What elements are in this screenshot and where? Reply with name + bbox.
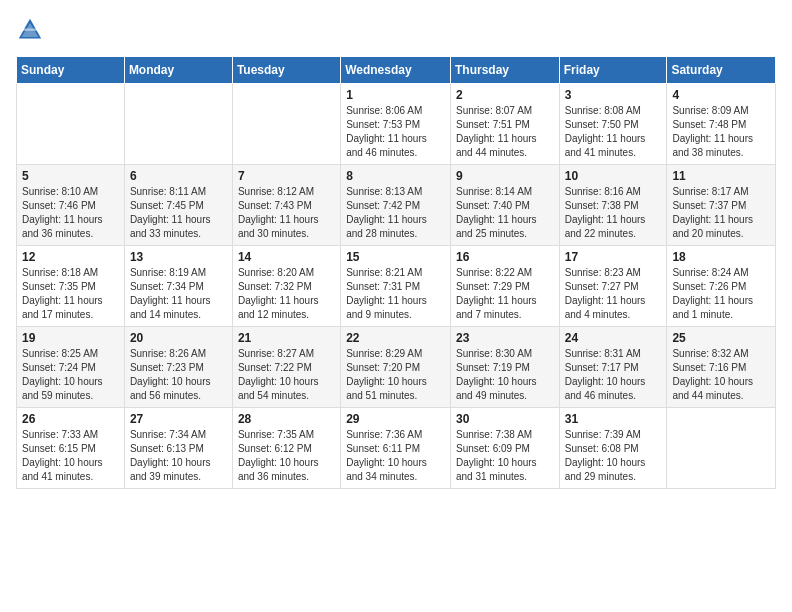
day-info: Sunrise: 8:12 AM Sunset: 7:43 PM Dayligh… xyxy=(238,185,335,241)
day-info: Sunrise: 8:24 AM Sunset: 7:26 PM Dayligh… xyxy=(672,266,770,322)
calendar-cell: 3Sunrise: 8:08 AM Sunset: 7:50 PM Daylig… xyxy=(559,84,667,165)
weekday-header-monday: Monday xyxy=(124,57,232,84)
day-info: Sunrise: 8:22 AM Sunset: 7:29 PM Dayligh… xyxy=(456,266,554,322)
weekday-header-tuesday: Tuesday xyxy=(232,57,340,84)
day-number: 1 xyxy=(346,88,445,102)
calendar-cell: 22Sunrise: 8:29 AM Sunset: 7:20 PM Dayli… xyxy=(341,327,451,408)
weekday-header-thursday: Thursday xyxy=(450,57,559,84)
day-number: 18 xyxy=(672,250,770,264)
week-row-4: 19Sunrise: 8:25 AM Sunset: 7:24 PM Dayli… xyxy=(17,327,776,408)
day-info: Sunrise: 8:17 AM Sunset: 7:37 PM Dayligh… xyxy=(672,185,770,241)
day-number: 12 xyxy=(22,250,119,264)
page-header xyxy=(16,16,776,44)
calendar-cell: 21Sunrise: 8:27 AM Sunset: 7:22 PM Dayli… xyxy=(232,327,340,408)
day-number: 23 xyxy=(456,331,554,345)
day-info: Sunrise: 8:11 AM Sunset: 7:45 PM Dayligh… xyxy=(130,185,227,241)
calendar-cell: 7Sunrise: 8:12 AM Sunset: 7:43 PM Daylig… xyxy=(232,165,340,246)
weekday-header-row: SundayMondayTuesdayWednesdayThursdayFrid… xyxy=(17,57,776,84)
day-info: Sunrise: 8:08 AM Sunset: 7:50 PM Dayligh… xyxy=(565,104,662,160)
calendar-cell: 27Sunrise: 7:34 AM Sunset: 6:13 PM Dayli… xyxy=(124,408,232,489)
day-number: 2 xyxy=(456,88,554,102)
day-info: Sunrise: 8:26 AM Sunset: 7:23 PM Dayligh… xyxy=(130,347,227,403)
day-number: 26 xyxy=(22,412,119,426)
day-number: 21 xyxy=(238,331,335,345)
day-number: 27 xyxy=(130,412,227,426)
calendar: SundayMondayTuesdayWednesdayThursdayFrid… xyxy=(16,56,776,489)
weekday-header-sunday: Sunday xyxy=(17,57,125,84)
day-info: Sunrise: 8:16 AM Sunset: 7:38 PM Dayligh… xyxy=(565,185,662,241)
calendar-cell: 4Sunrise: 8:09 AM Sunset: 7:48 PM Daylig… xyxy=(667,84,776,165)
week-row-1: 1Sunrise: 8:06 AM Sunset: 7:53 PM Daylig… xyxy=(17,84,776,165)
calendar-cell: 1Sunrise: 8:06 AM Sunset: 7:53 PM Daylig… xyxy=(341,84,451,165)
calendar-cell: 26Sunrise: 7:33 AM Sunset: 6:15 PM Dayli… xyxy=(17,408,125,489)
logo xyxy=(16,16,48,44)
day-number: 7 xyxy=(238,169,335,183)
day-number: 16 xyxy=(456,250,554,264)
calendar-cell: 15Sunrise: 8:21 AM Sunset: 7:31 PM Dayli… xyxy=(341,246,451,327)
weekday-header-saturday: Saturday xyxy=(667,57,776,84)
day-info: Sunrise: 8:23 AM Sunset: 7:27 PM Dayligh… xyxy=(565,266,662,322)
week-row-5: 26Sunrise: 7:33 AM Sunset: 6:15 PM Dayli… xyxy=(17,408,776,489)
day-info: Sunrise: 8:13 AM Sunset: 7:42 PM Dayligh… xyxy=(346,185,445,241)
calendar-cell: 25Sunrise: 8:32 AM Sunset: 7:16 PM Dayli… xyxy=(667,327,776,408)
calendar-cell: 11Sunrise: 8:17 AM Sunset: 7:37 PM Dayli… xyxy=(667,165,776,246)
day-number: 15 xyxy=(346,250,445,264)
day-info: Sunrise: 8:29 AM Sunset: 7:20 PM Dayligh… xyxy=(346,347,445,403)
day-number: 20 xyxy=(130,331,227,345)
day-number: 30 xyxy=(456,412,554,426)
day-number: 9 xyxy=(456,169,554,183)
calendar-cell: 9Sunrise: 8:14 AM Sunset: 7:40 PM Daylig… xyxy=(450,165,559,246)
day-number: 10 xyxy=(565,169,662,183)
calendar-cell: 8Sunrise: 8:13 AM Sunset: 7:42 PM Daylig… xyxy=(341,165,451,246)
day-info: Sunrise: 7:34 AM Sunset: 6:13 PM Dayligh… xyxy=(130,428,227,484)
day-info: Sunrise: 8:21 AM Sunset: 7:31 PM Dayligh… xyxy=(346,266,445,322)
calendar-cell xyxy=(17,84,125,165)
day-number: 29 xyxy=(346,412,445,426)
day-info: Sunrise: 7:33 AM Sunset: 6:15 PM Dayligh… xyxy=(22,428,119,484)
weekday-header-friday: Friday xyxy=(559,57,667,84)
day-info: Sunrise: 8:19 AM Sunset: 7:34 PM Dayligh… xyxy=(130,266,227,322)
logo-icon xyxy=(16,16,44,44)
day-number: 17 xyxy=(565,250,662,264)
calendar-cell: 6Sunrise: 8:11 AM Sunset: 7:45 PM Daylig… xyxy=(124,165,232,246)
day-info: Sunrise: 7:38 AM Sunset: 6:09 PM Dayligh… xyxy=(456,428,554,484)
day-info: Sunrise: 8:25 AM Sunset: 7:24 PM Dayligh… xyxy=(22,347,119,403)
day-info: Sunrise: 8:20 AM Sunset: 7:32 PM Dayligh… xyxy=(238,266,335,322)
weekday-header-wednesday: Wednesday xyxy=(341,57,451,84)
calendar-cell: 5Sunrise: 8:10 AM Sunset: 7:46 PM Daylig… xyxy=(17,165,125,246)
day-number: 25 xyxy=(672,331,770,345)
calendar-cell: 16Sunrise: 8:22 AM Sunset: 7:29 PM Dayli… xyxy=(450,246,559,327)
calendar-cell: 24Sunrise: 8:31 AM Sunset: 7:17 PM Dayli… xyxy=(559,327,667,408)
calendar-cell xyxy=(667,408,776,489)
calendar-cell: 30Sunrise: 7:38 AM Sunset: 6:09 PM Dayli… xyxy=(450,408,559,489)
day-number: 24 xyxy=(565,331,662,345)
day-info: Sunrise: 8:30 AM Sunset: 7:19 PM Dayligh… xyxy=(456,347,554,403)
day-number: 22 xyxy=(346,331,445,345)
day-info: Sunrise: 8:14 AM Sunset: 7:40 PM Dayligh… xyxy=(456,185,554,241)
calendar-cell: 14Sunrise: 8:20 AM Sunset: 7:32 PM Dayli… xyxy=(232,246,340,327)
day-number: 3 xyxy=(565,88,662,102)
day-info: Sunrise: 8:18 AM Sunset: 7:35 PM Dayligh… xyxy=(22,266,119,322)
day-info: Sunrise: 7:36 AM Sunset: 6:11 PM Dayligh… xyxy=(346,428,445,484)
week-row-3: 12Sunrise: 8:18 AM Sunset: 7:35 PM Dayli… xyxy=(17,246,776,327)
day-info: Sunrise: 8:31 AM Sunset: 7:17 PM Dayligh… xyxy=(565,347,662,403)
day-number: 31 xyxy=(565,412,662,426)
day-info: Sunrise: 7:35 AM Sunset: 6:12 PM Dayligh… xyxy=(238,428,335,484)
day-number: 4 xyxy=(672,88,770,102)
day-info: Sunrise: 8:09 AM Sunset: 7:48 PM Dayligh… xyxy=(672,104,770,160)
calendar-cell xyxy=(124,84,232,165)
calendar-cell: 29Sunrise: 7:36 AM Sunset: 6:11 PM Dayli… xyxy=(341,408,451,489)
day-info: Sunrise: 7:39 AM Sunset: 6:08 PM Dayligh… xyxy=(565,428,662,484)
day-number: 13 xyxy=(130,250,227,264)
day-info: Sunrise: 8:07 AM Sunset: 7:51 PM Dayligh… xyxy=(456,104,554,160)
calendar-cell: 19Sunrise: 8:25 AM Sunset: 7:24 PM Dayli… xyxy=(17,327,125,408)
calendar-cell: 10Sunrise: 8:16 AM Sunset: 7:38 PM Dayli… xyxy=(559,165,667,246)
day-info: Sunrise: 8:10 AM Sunset: 7:46 PM Dayligh… xyxy=(22,185,119,241)
day-number: 11 xyxy=(672,169,770,183)
day-number: 19 xyxy=(22,331,119,345)
calendar-cell: 20Sunrise: 8:26 AM Sunset: 7:23 PM Dayli… xyxy=(124,327,232,408)
week-row-2: 5Sunrise: 8:10 AM Sunset: 7:46 PM Daylig… xyxy=(17,165,776,246)
day-info: Sunrise: 8:27 AM Sunset: 7:22 PM Dayligh… xyxy=(238,347,335,403)
day-number: 5 xyxy=(22,169,119,183)
svg-rect-2 xyxy=(23,29,37,31)
